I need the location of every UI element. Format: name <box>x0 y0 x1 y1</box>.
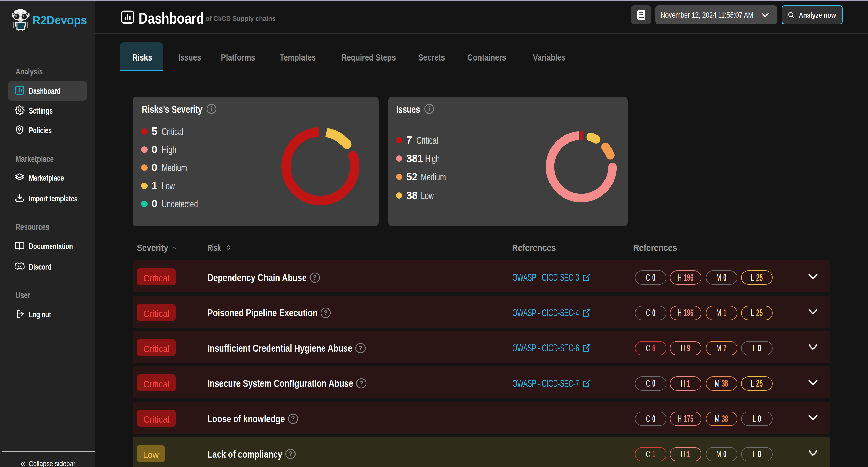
svg-text:?: ? <box>313 274 317 281</box>
svg-text:?: ? <box>359 380 363 386</box>
svg-text:?: ? <box>291 415 295 422</box>
svg-text:?: ? <box>324 309 328 316</box>
svg-text:?: ? <box>359 344 363 351</box>
svg-text:?: ? <box>288 450 292 457</box>
